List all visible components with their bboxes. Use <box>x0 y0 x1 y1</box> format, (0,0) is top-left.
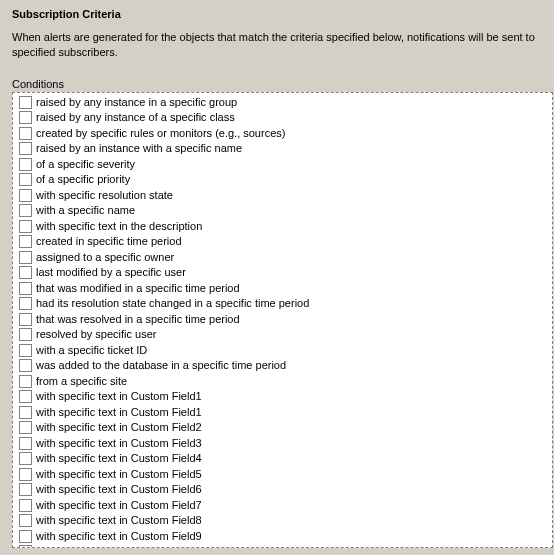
condition-label: with specific text in Custom Field9 <box>36 529 202 545</box>
condition-label: with specific text in Custom Field5 <box>36 467 202 483</box>
condition-row[interactable]: of a specific priority <box>19 172 548 188</box>
condition-row[interactable]: created by specific rules or monitors (e… <box>19 126 548 142</box>
condition-checkbox[interactable] <box>19 359 32 372</box>
condition-row[interactable]: with specific text in Custom Field6 <box>19 482 548 498</box>
condition-checkbox[interactable] <box>19 313 32 326</box>
condition-label: with specific text in the description <box>36 219 202 235</box>
condition-label: from a specific site <box>36 374 127 390</box>
condition-row[interactable]: with specific text in Custom Field7 <box>19 498 548 514</box>
condition-row[interactable]: with specific resolution state <box>19 188 548 204</box>
conditions-list[interactable]: raised by any instance in a specific gro… <box>12 92 553 548</box>
condition-checkbox[interactable] <box>19 452 32 465</box>
condition-row[interactable]: was added to the database in a specific … <box>19 358 548 374</box>
condition-row[interactable]: with specific text in Custom Field9 <box>19 529 548 545</box>
condition-label: raised by any instance of a specific cla… <box>36 110 235 126</box>
condition-row[interactable]: resolved by specific user <box>19 327 548 343</box>
condition-label: resolved by specific user <box>36 327 156 343</box>
condition-row[interactable]: raised by any instance of a specific cla… <box>19 110 548 126</box>
condition-checkbox[interactable] <box>19 390 32 403</box>
condition-checkbox[interactable] <box>19 189 32 202</box>
condition-label: had its resolution state changed in a sp… <box>36 296 309 312</box>
condition-label: with specific text in Custom Field6 <box>36 482 202 498</box>
condition-label: last modified by a specific user <box>36 265 186 281</box>
condition-label: with specific text in Custom Field1 <box>36 405 202 421</box>
condition-row[interactable]: with specific text in Custom Field10 <box>19 544 548 548</box>
condition-checkbox[interactable] <box>19 204 32 217</box>
condition-checkbox[interactable] <box>19 344 32 357</box>
condition-label: created by specific rules or monitors (e… <box>36 126 285 142</box>
condition-checkbox[interactable] <box>19 499 32 512</box>
condition-label: with specific resolution state <box>36 188 173 204</box>
page-description: When alerts are generated for the object… <box>12 30 542 60</box>
condition-checkbox[interactable] <box>19 127 32 140</box>
condition-label: with specific text in Custom Field7 <box>36 498 202 514</box>
condition-row[interactable]: from a specific site <box>19 374 548 390</box>
condition-row[interactable]: last modified by a specific user <box>19 265 548 281</box>
condition-label: raised by any instance in a specific gro… <box>36 95 237 111</box>
condition-row[interactable]: raised by an instance with a specific na… <box>19 141 548 157</box>
condition-checkbox[interactable] <box>19 375 32 388</box>
condition-row[interactable]: with a specific ticket ID <box>19 343 548 359</box>
condition-label: with specific text in Custom Field3 <box>36 436 202 452</box>
condition-checkbox[interactable] <box>19 421 32 434</box>
condition-label: with specific text in Custom Field4 <box>36 451 202 467</box>
condition-row[interactable]: created in specific time period <box>19 234 548 250</box>
condition-label: with a specific ticket ID <box>36 343 147 359</box>
condition-checkbox[interactable] <box>19 328 32 341</box>
condition-row[interactable]: with specific text in Custom Field1 <box>19 389 548 405</box>
condition-checkbox[interactable] <box>19 235 32 248</box>
condition-row[interactable]: with specific text in Custom Field3 <box>19 436 548 452</box>
condition-checkbox[interactable] <box>19 297 32 310</box>
condition-row[interactable]: raised by any instance in a specific gro… <box>19 95 548 111</box>
condition-checkbox[interactable] <box>19 142 32 155</box>
condition-label: that was modified in a specific time per… <box>36 281 240 297</box>
condition-label: raised by an instance with a specific na… <box>36 141 242 157</box>
condition-checkbox[interactable] <box>19 530 32 543</box>
condition-row[interactable]: assigned to a specific owner <box>19 250 548 266</box>
condition-row[interactable]: that was modified in a specific time per… <box>19 281 548 297</box>
condition-checkbox[interactable] <box>19 468 32 481</box>
condition-label: that was resolved in a specific time per… <box>36 312 240 328</box>
condition-row[interactable]: with specific text in Custom Field1 <box>19 405 548 421</box>
condition-label: of a specific priority <box>36 172 130 188</box>
condition-checkbox[interactable] <box>19 483 32 496</box>
condition-checkbox[interactable] <box>19 158 32 171</box>
condition-label: with specific text in Custom Field8 <box>36 513 202 529</box>
condition-label: assigned to a specific owner <box>36 250 174 266</box>
condition-checkbox[interactable] <box>19 111 32 124</box>
condition-checkbox[interactable] <box>19 545 32 547</box>
condition-label: of a specific severity <box>36 157 135 173</box>
condition-row[interactable]: had its resolution state changed in a sp… <box>19 296 548 312</box>
condition-checkbox[interactable] <box>19 173 32 186</box>
condition-checkbox[interactable] <box>19 220 32 233</box>
subscription-criteria-panel: Subscription Criteria When alerts are ge… <box>0 0 554 78</box>
condition-checkbox[interactable] <box>19 251 32 264</box>
condition-checkbox[interactable] <box>19 266 32 279</box>
condition-checkbox[interactable] <box>19 406 32 419</box>
condition-checkbox[interactable] <box>19 514 32 527</box>
condition-checkbox[interactable] <box>19 96 32 109</box>
condition-row[interactable]: that was resolved in a specific time per… <box>19 312 548 328</box>
condition-label: with a specific name <box>36 203 135 219</box>
condition-row[interactable]: with specific text in Custom Field4 <box>19 451 548 467</box>
conditions-label: Conditions <box>12 78 554 90</box>
condition-label: with specific text in Custom Field1 <box>36 389 202 405</box>
condition-row[interactable]: with specific text in Custom Field8 <box>19 513 548 529</box>
condition-row[interactable]: with specific text in Custom Field5 <box>19 467 548 483</box>
condition-label: with specific text in Custom Field2 <box>36 420 202 436</box>
condition-label: created in specific time period <box>36 234 182 250</box>
condition-row[interactable]: with specific text in the description <box>19 219 548 235</box>
condition-checkbox[interactable] <box>19 437 32 450</box>
condition-label: with specific text in Custom Field10 <box>36 544 208 548</box>
condition-row[interactable]: of a specific severity <box>19 157 548 173</box>
page-title: Subscription Criteria <box>12 8 542 20</box>
condition-label: was added to the database in a specific … <box>36 358 286 374</box>
condition-checkbox[interactable] <box>19 282 32 295</box>
condition-row[interactable]: with a specific name <box>19 203 548 219</box>
condition-row[interactable]: with specific text in Custom Field2 <box>19 420 548 436</box>
